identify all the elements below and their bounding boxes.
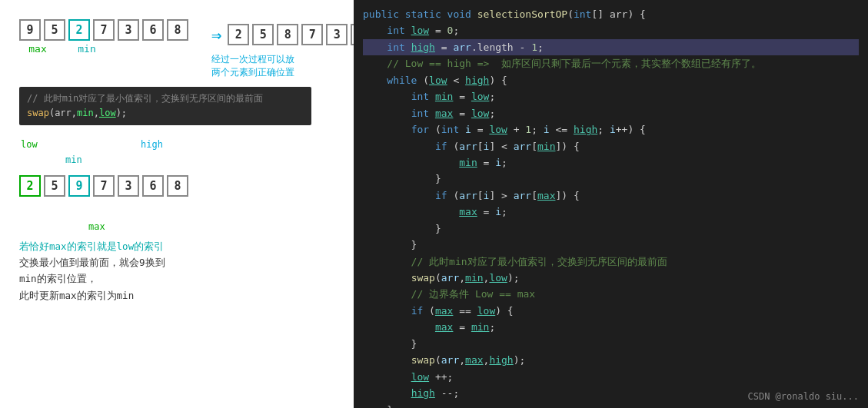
bottom-box-4: 3 xyxy=(118,175,139,197)
right-box-0: 2 xyxy=(228,24,249,45)
code-lines: int low = 0; int high = arr.length - 1; … xyxy=(363,22,859,408)
top-box-0: 9 xyxy=(19,19,41,41)
code-line: if (max == low) { xyxy=(363,303,859,319)
pointer-labels: low min high xyxy=(19,139,342,174)
code-line: int low = 0; xyxy=(363,22,859,38)
code-line: if (arr[i] > arr[max]) { xyxy=(363,187,859,204)
expl-line2: 交换最小值到最前面，就会9换到 xyxy=(19,257,165,268)
bottom-box-1: 5 xyxy=(44,175,65,197)
top-box-1: 5 xyxy=(44,19,65,41)
bottom-box-5: 6 xyxy=(142,175,164,197)
code-panel: public static void selectionSortOP(int[]… xyxy=(354,0,868,408)
top-array-labels: maxmin xyxy=(27,43,196,55)
code-line: // Low == high => 如序区间只剩下最后一个元素，其实整个数组已经… xyxy=(363,55,859,71)
top-box-5: 6 xyxy=(142,19,164,41)
top-array-boxes: 9527368 xyxy=(19,19,196,41)
ptr-max-label: max xyxy=(88,221,105,232)
code-line: if (arr[i] < arr[min]) { xyxy=(363,138,859,154)
code-line: } xyxy=(363,171,859,187)
explanation-text: 若恰好max的索引就是low的索引 交换最小值到最前面，就会9换到 min的索引… xyxy=(19,238,342,304)
code-line: // 边界条件 Low == max xyxy=(363,286,859,302)
expl-line1: 若恰好max的索引就是low的索引 xyxy=(19,240,164,252)
code-line: min = i; xyxy=(363,154,859,171)
right-box-1: 5 xyxy=(252,24,274,45)
label-min: min xyxy=(76,43,98,55)
arrow-right-icon: ⇒ xyxy=(211,25,221,45)
code-line: } xyxy=(363,402,859,409)
code-line: low ++; xyxy=(363,369,859,385)
bottom-array-row: 2597368 xyxy=(19,175,342,197)
code-title-line: public static void selectionSortOP(int[]… xyxy=(363,6,859,22)
top-box-4: 3 xyxy=(118,19,139,41)
right-box-3: 7 xyxy=(301,24,323,45)
ptr-low-label: low xyxy=(21,139,38,150)
ptr-high-label: high xyxy=(141,139,163,150)
watermark: CSDN @ronaldo siu... xyxy=(748,391,860,402)
top-box-6: 8 xyxy=(167,19,188,41)
snippet-line1: swap(arr,min,low); xyxy=(27,108,127,118)
bottom-box-0: 2 xyxy=(19,175,41,197)
ptr-min-label: min xyxy=(65,154,82,165)
top-box-3: 7 xyxy=(93,19,115,41)
code-line: } xyxy=(363,336,859,352)
arrow-row: ⇒ 2587369 xyxy=(211,21,354,48)
right-wrapper: public static void selectionSortOP(int[]… xyxy=(354,0,868,408)
bottom-array-section: low min high 2597368 max xyxy=(19,139,342,215)
code-line: while (low < high) { xyxy=(363,72,859,88)
code-line: swap(arr,max,high); xyxy=(363,352,859,368)
expl-line3: min的索引位置， xyxy=(19,273,97,284)
code-line: for (int i = low + 1; i <= high; i++) { xyxy=(363,121,859,138)
code-line: max = min; xyxy=(363,319,859,335)
snippet-comment: // 此时min对应了最小值索引，交换到无序区间的最前面 xyxy=(27,93,263,104)
code-snippet-box: // 此时min对应了最小值索引，交换到无序区间的最前面 swap(arr,mi… xyxy=(19,87,311,125)
code-line: int max = low; xyxy=(363,105,859,121)
arrow-section: ⇒ 2587369 经过一次过程可以放 两个元素到正确位置 xyxy=(211,21,354,79)
left-panel: 9527368 maxmin ⇒ 2587369 经过一次过程可以放 两个元素到… xyxy=(0,0,354,408)
top-array-section: 9527368 maxmin ⇒ 2587369 经过一次过程可以放 两个元素到… xyxy=(19,19,342,79)
bottom-box-3: 7 xyxy=(93,175,115,197)
code-line: int high = arr.length - 1; xyxy=(363,39,859,55)
right-box-4: 3 xyxy=(326,24,348,45)
code-line: swap(arr,min,low); xyxy=(363,270,859,286)
right-box-2: 8 xyxy=(277,24,298,45)
top-box-2: 2 xyxy=(68,19,90,41)
bottom-box-6: 8 xyxy=(167,175,188,197)
label-max: max xyxy=(27,43,48,55)
code-line: } xyxy=(363,221,859,237)
code-line: } xyxy=(363,237,859,253)
caption-text: 经过一次过程可以放 两个元素到正确位置 xyxy=(211,53,294,79)
expl-line4: 此时更新max的索引为min xyxy=(19,290,134,301)
code-line: // 此时min对应了最小值索引，交换到无序区间的最前面 xyxy=(363,254,859,270)
code-line: int min = low; xyxy=(363,88,859,104)
code-line: max = i; xyxy=(363,204,859,220)
bottom-box-2: 9 xyxy=(68,175,90,197)
right-array-boxes: 2587369 xyxy=(228,21,354,48)
